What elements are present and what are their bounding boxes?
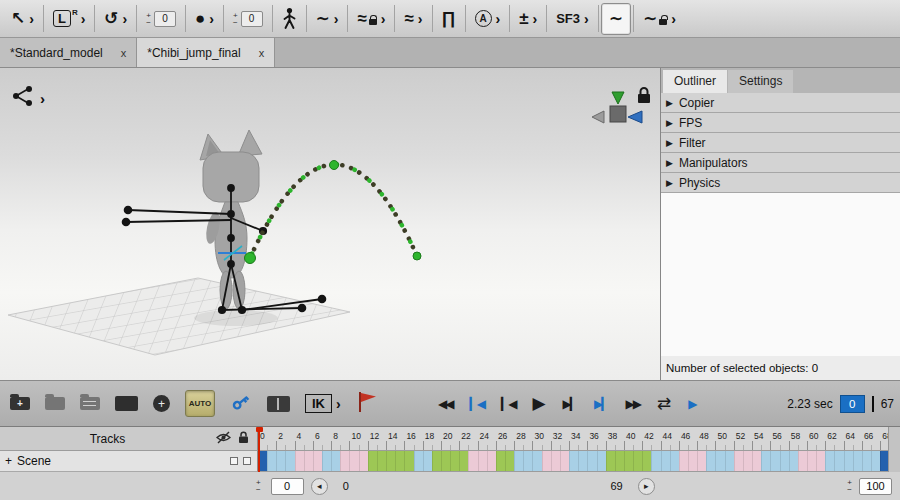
timeline-segment[interactable] xyxy=(569,451,606,471)
dropdown-arrow-icon[interactable]: › xyxy=(123,11,128,27)
expand-arrow-icon[interactable]: ▶ xyxy=(666,178,673,188)
timeline-segment[interactable] xyxy=(542,451,569,471)
viewport-3d[interactable]: › xyxy=(0,68,660,380)
dropdown-arrow-icon[interactable]: › xyxy=(671,11,676,27)
expand-arrow-icon[interactable]: ▶ xyxy=(666,158,673,168)
range-scrollbar[interactable]: 0 69 xyxy=(335,478,631,495)
character-mode-tool[interactable] xyxy=(275,3,304,35)
scene-lock-checkbox[interactable] xyxy=(243,457,251,465)
trajectories-lock-tool[interactable]: ≈› xyxy=(350,3,392,35)
prev-frame-button[interactable]: ▎◀ xyxy=(501,397,515,411)
file-tab--standard_model[interactable]: *Standard_modelx xyxy=(0,38,137,67)
ik-dropdown-arrow-icon[interactable]: › xyxy=(336,396,341,412)
close-tab-icon[interactable]: x xyxy=(259,47,265,59)
keyframe-dot-tool[interactable]: ●› xyxy=(188,3,221,35)
panel-tab-outliner[interactable]: Outliner xyxy=(663,70,727,93)
timeline-segment[interactable] xyxy=(414,451,432,471)
timeline-segment[interactable] xyxy=(295,451,322,471)
outliner-item-physics[interactable]: ▶Physics xyxy=(661,173,900,193)
trajectory-apex-point[interactable] xyxy=(330,161,339,170)
timeline-segment[interactable] xyxy=(432,451,469,471)
gizmo-cube[interactable] xyxy=(610,106,626,122)
tangent-lock-tool[interactable]: ∼› xyxy=(636,3,683,35)
view-gizmo[interactable] xyxy=(592,92,642,123)
expand-arrow-icon[interactable]: ▶ xyxy=(666,118,673,128)
gizmo-x-axis[interactable] xyxy=(592,111,604,123)
timeline-segment[interactable] xyxy=(340,451,367,471)
auto-interpolation-button[interactable]: AUTO xyxy=(185,390,215,417)
interval-edit-icon[interactable] xyxy=(267,396,290,412)
outliner-item-manipulators[interactable]: ▶Manipulators xyxy=(661,153,900,173)
end-frame-label[interactable]: 67 xyxy=(881,397,894,411)
stepper-value[interactable]: 0 xyxy=(154,11,176,27)
folder-list-icon[interactable] xyxy=(80,397,100,410)
timeline-segment[interactable] xyxy=(798,451,825,471)
jump-end-button[interactable]: ▶▎ xyxy=(594,397,608,411)
dropdown-arrow-icon[interactable]: › xyxy=(496,11,501,27)
range-step-left-button[interactable]: ◂ xyxy=(311,478,328,495)
key-icon[interactable] xyxy=(230,391,252,417)
outliner-item-filter[interactable]: ▶Filter xyxy=(661,133,900,153)
timeline-segment[interactable] xyxy=(322,451,340,471)
timeline-segment[interactable] xyxy=(862,451,880,471)
expand-scene-icon[interactable]: + xyxy=(5,454,12,468)
ik-mode-button[interactable]: IK xyxy=(305,394,332,413)
expand-arrow-icon[interactable]: ▶ xyxy=(666,138,673,148)
dropdown-arrow-icon[interactable]: › xyxy=(418,11,423,27)
range-step-right-button[interactable]: ▸ xyxy=(638,478,655,495)
expand-arrow-icon[interactable]: ▶ xyxy=(666,98,673,108)
timeline-segment[interactable] xyxy=(825,451,862,471)
lr-mirror-tool[interactable]: LR› xyxy=(46,3,92,35)
gizmo-z-axis[interactable] xyxy=(628,111,642,123)
stepper-buttons[interactable]: +− xyxy=(146,12,151,26)
outliner-item-copier[interactable]: ▶Copier xyxy=(661,93,900,113)
jump-trajectory[interactable] xyxy=(245,161,422,264)
timeline-segment[interactable] xyxy=(368,451,414,471)
cycle-tool[interactable]: ↺› xyxy=(97,3,134,35)
node-editor-tool[interactable]: › xyxy=(10,84,45,112)
frame-offset-stepper-left[interactable]: +−0 xyxy=(139,3,183,35)
center-of-mass-tool[interactable]: ±› xyxy=(512,3,544,35)
camera-lock-icon[interactable] xyxy=(638,88,650,103)
frame-ruler[interactable]: 0246810121416182022242628303234363840424… xyxy=(258,427,888,451)
dropdown-arrow-icon[interactable]: › xyxy=(334,11,339,27)
timeline-segment[interactable] xyxy=(514,451,541,471)
gizmo-y-axis[interactable] xyxy=(612,92,624,104)
timeline-segment[interactable] xyxy=(706,451,733,471)
dropdown-arrow-icon[interactable]: › xyxy=(209,11,214,27)
lock-tracks-icon[interactable] xyxy=(238,430,249,448)
fast-rewind-button[interactable]: ◀◀ xyxy=(438,397,452,411)
interval-brackets-tool[interactable]: ∏ xyxy=(435,3,463,35)
current-frame-field[interactable]: 0 xyxy=(840,395,865,413)
timeline-segment[interactable] xyxy=(761,451,798,471)
add-folder-icon[interactable]: + xyxy=(10,397,30,410)
stepper-value[interactable]: 0 xyxy=(241,11,263,27)
close-tab-icon[interactable]: x xyxy=(121,47,127,59)
dropdown-arrow-icon[interactable]: › xyxy=(40,90,45,107)
timeline-segment[interactable] xyxy=(267,451,294,471)
panel-tab-settings[interactable]: Settings xyxy=(728,70,793,93)
scene-canvas[interactable] xyxy=(0,68,660,380)
jump-start-button[interactable]: ▎◀ xyxy=(469,397,483,411)
fast-forward-button[interactable]: ▶▶ xyxy=(625,397,639,411)
timeline-segment[interactable] xyxy=(734,451,761,471)
frame-offset-stepper-right[interactable]: +−0 xyxy=(226,3,270,35)
trajectory-end-point[interactable] xyxy=(413,252,421,260)
play-button[interactable]: ▶ xyxy=(532,393,545,414)
trajectory-start-point[interactable] xyxy=(245,253,256,264)
timeline-segment[interactable] xyxy=(880,451,888,471)
start-frame-input[interactable]: 0 xyxy=(271,478,304,495)
hide-tracks-icon[interactable] xyxy=(215,430,232,448)
playhead-line[interactable] xyxy=(258,427,260,472)
start-frame-minus-button[interactable]: − xyxy=(256,486,261,493)
scene-visibility-checkbox[interactable] xyxy=(230,457,238,465)
timeline-segment[interactable] xyxy=(606,451,652,471)
timeline-segment[interactable] xyxy=(496,451,514,471)
flag-icon[interactable] xyxy=(356,390,378,418)
timeline-segment[interactable] xyxy=(468,451,495,471)
physics-point-tool[interactable]: ↖› xyxy=(4,3,41,35)
stepper-minus-button[interactable]: − xyxy=(233,19,238,26)
stepper-minus-button[interactable]: − xyxy=(146,19,151,26)
dropdown-arrow-icon[interactable]: › xyxy=(29,11,34,27)
next-frame-button[interactable]: ▶▎ xyxy=(562,397,576,411)
